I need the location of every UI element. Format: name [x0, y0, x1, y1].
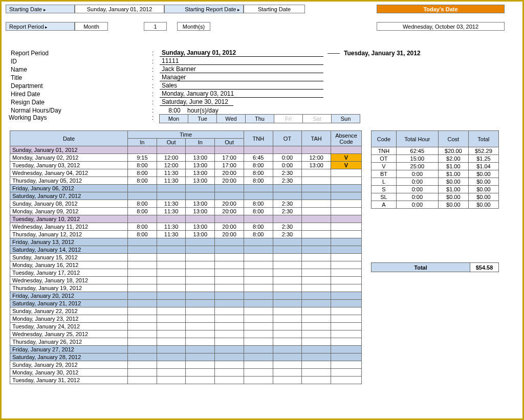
table-row[interactable]: Wednesday, January 04, 20128:0011:3013:0…	[10, 169, 362, 177]
starting-date-value[interactable]: Sunday, January 01, 2012	[75, 5, 164, 13]
table-row[interactable]: Friday, January 13, 2012	[10, 238, 362, 246]
table-row[interactable]: Thursday, January 12, 20128:0011:3013:00…	[10, 231, 362, 238]
summary-row: OT15:00$2.00$1.25	[372, 155, 499, 163]
info-name: Jack Banner	[160, 65, 323, 73]
table-row[interactable]: Saturday, January 07, 2012	[10, 192, 362, 200]
th-total: Total	[468, 131, 498, 147]
th-tnh: TNH	[244, 131, 273, 146]
table-row[interactable]: Thursday, January 26, 2012	[10, 338, 362, 346]
th-totalhour: Total Hour	[396, 131, 438, 147]
table-row[interactable]: Tuesday, January 03, 20128:0012:0013:001…	[10, 162, 362, 169]
table-row[interactable]: Sunday, January 29, 2012	[10, 361, 362, 369]
table-row[interactable]: Sunday, January 01, 2012	[10, 146, 362, 154]
table-row[interactable]: Tuesday, January 24, 2012	[10, 323, 362, 330]
th-cost: Cost	[438, 131, 468, 147]
info-period-to: Tuesday, January 31, 2012	[344, 50, 446, 57]
employee-info: Report Period:Sunday, January 01, 2012——…	[9, 49, 518, 123]
table-row[interactable]: Sunday, January 22, 2012	[10, 307, 362, 315]
info-resign: Saturday, June 30, 2012	[160, 98, 233, 106]
th-ot: OT	[273, 131, 302, 146]
info-dept: Sales	[160, 82, 323, 90]
starting-report-date-label: Starting Report Date	[164, 5, 244, 13]
table-row[interactable]: Wednesday, January 11, 20128:0011:3013:0…	[10, 223, 362, 231]
info-period-label: Report Period	[9, 50, 152, 57]
table-row[interactable]: Friday, January 20, 2012	[10, 292, 362, 300]
table-row[interactable]: Monday, January 16, 2012	[10, 261, 362, 269]
day-cell-thu: Thu	[245, 114, 274, 123]
summary-row: SL0:00$0.00$0.00	[372, 193, 499, 201]
info-hired: Monday, January 03, 2011	[160, 90, 323, 98]
table-row[interactable]: Wednesday, January 18, 2012	[10, 277, 362, 284]
summary-row: A0:00$0.00$0.00	[372, 201, 499, 209]
table-row[interactable]: Monday, January 23, 2012	[10, 315, 362, 323]
day-cell-wed: Wed	[216, 114, 246, 123]
info-normalhours-label: Normal Hours/Day	[9, 107, 152, 114]
summary-row: BT0:00$1.00$0.00	[372, 170, 499, 178]
day-cell-sat: Sat	[302, 114, 332, 123]
table-row[interactable]: Monday, January 02, 20129:1512:0013:0017…	[10, 154, 362, 162]
timesheet-table: Date Time TNH OT TAH Absence Code In Out…	[10, 130, 362, 384]
info-name-label: Name	[9, 66, 152, 73]
table-row[interactable]: Wednesday, January 25, 2012	[10, 330, 362, 338]
today-date-value: Wednesday, October 03, 2012	[377, 22, 505, 31]
info-period-from: Sunday, January 01, 2012	[160, 49, 323, 57]
summary-row: L0:00$0.00$0.00	[372, 178, 499, 186]
summary-row: TNH62:45$20.00$52.29	[372, 147, 499, 155]
info-dept-label: Department	[9, 82, 152, 90]
table-row[interactable]: Friday, January 06, 2012	[10, 185, 362, 192]
summary-panel: Code Total Hour Cost Total TNH62:45$20.0…	[371, 130, 499, 272]
info-id: 11111	[160, 57, 323, 65]
report-period-label: Report Period	[6, 22, 75, 31]
starting-date-label: Starting Date	[6, 5, 75, 13]
th-date: Date	[10, 131, 128, 146]
starting-report-date-value[interactable]: Starting Date	[244, 5, 305, 13]
day-cell-tue: Tue	[188, 114, 217, 123]
day-cell-mon: Mon	[159, 114, 188, 123]
today-date-header: Today's Date	[377, 5, 505, 13]
working-days-grid: MonTueWedThuFriSatSun	[160, 114, 518, 123]
table-row[interactable]: Saturday, January 21, 2012	[10, 300, 362, 307]
day-cell-sun: Sun	[331, 114, 360, 123]
th-tah: TAH	[302, 131, 331, 146]
topbar: Starting Date Sunday, January 01, 2012 S…	[6, 5, 518, 39]
report-period-count[interactable]: 1	[144, 22, 167, 31]
table-row[interactable]: Thursday, January 05, 20128:0011:3013:00…	[10, 177, 362, 185]
table-row[interactable]: Monday, January 30, 2012	[10, 369, 362, 377]
info-title-label: Title	[9, 74, 152, 81]
grand-total-value: $54.58	[470, 263, 499, 272]
info-workingdays-label: Working Days	[9, 114, 152, 121]
grand-total-label: Total	[372, 263, 470, 272]
grand-total: Total$54.58	[371, 262, 499, 272]
table-row[interactable]: Saturday, January 14, 2012	[10, 246, 362, 254]
table-row[interactable]: Friday, January 27, 2012	[10, 346, 362, 353]
info-hired-label: Hired Date	[9, 91, 152, 98]
table-row[interactable]: Thursday, January 19, 2012	[10, 284, 362, 292]
th-code: Code	[372, 131, 397, 147]
info-resign-label: Resign Date	[9, 99, 152, 106]
table-row[interactable]: Tuesday, January 17, 2012	[10, 269, 362, 277]
info-normalhours: 8:00hour(s)/day	[160, 107, 323, 114]
summary-table: Code Total Hour Cost Total TNH62:45$20.0…	[371, 130, 499, 209]
table-row[interactable]: Monday, January 09, 20128:0011:3013:0020…	[10, 208, 362, 215]
th-absence: Absence Code	[331, 131, 362, 146]
info-title: Manager	[160, 74, 323, 81]
table-row[interactable]: Sunday, January 15, 2012	[10, 254, 362, 261]
table-row[interactable]: Tuesday, January 10, 2012	[10, 215, 362, 223]
th-time: Time	[128, 131, 244, 139]
table-row[interactable]: Sunday, January 08, 20128:0011:3013:0020…	[10, 200, 362, 208]
day-cell-fri: Fri	[274, 114, 303, 123]
table-row[interactable]: Saturday, January 28, 2012	[10, 353, 362, 361]
table-row[interactable]: Tuesday, January 31, 2012	[10, 377, 362, 384]
summary-row: V25:00$1.00$1.04	[372, 163, 499, 170]
summary-row: S0:00$1.00$0.00	[372, 186, 499, 193]
report-period-unit[interactable]: Month	[75, 22, 108, 31]
info-id-label: ID	[9, 58, 152, 65]
